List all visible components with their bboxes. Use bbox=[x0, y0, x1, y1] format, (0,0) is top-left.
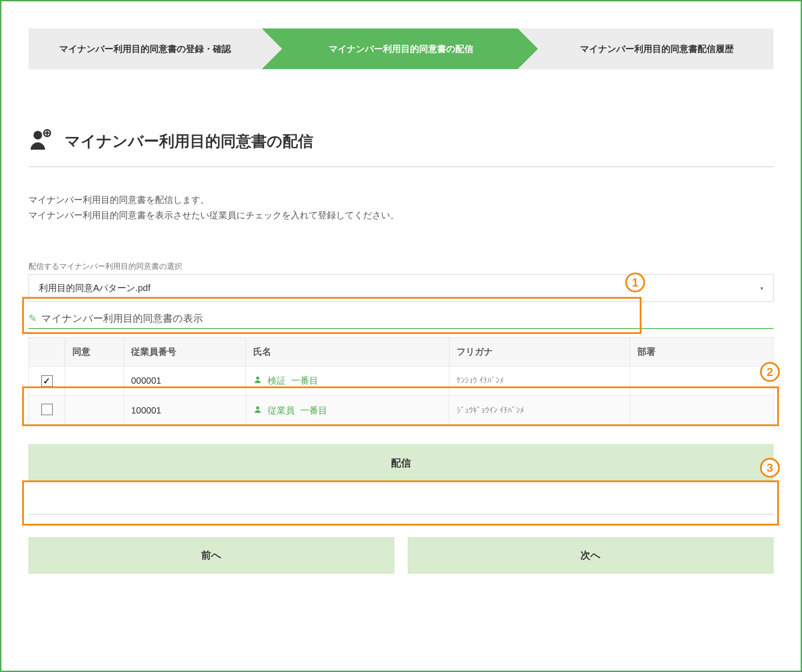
description-line: マイナンバー利用目的同意書を配信します。 bbox=[28, 192, 774, 207]
col-name: 氏名 bbox=[246, 338, 449, 367]
col-consent: 同意 bbox=[65, 338, 124, 367]
table-row: 000001 検証 一番目 ｹﾝｼｮｳ ｲﾁﾊﾞﾝﾒ bbox=[29, 367, 774, 395]
step-history[interactable]: マイナンバー利用目的同意書配信履歴 bbox=[518, 28, 774, 69]
name-part: 従業員 bbox=[268, 404, 295, 417]
select-label: 配信するマイナンバー利用目的同意書の選択 bbox=[28, 261, 774, 272]
col-checkbox bbox=[29, 338, 65, 367]
nav-row: 前へ 次へ bbox=[28, 537, 774, 573]
cell-emp-no: 000001 bbox=[124, 367, 246, 395]
col-emp-no: 従業員番号 bbox=[124, 338, 246, 367]
row-checkbox[interactable] bbox=[41, 375, 53, 387]
button-label: 次へ bbox=[580, 550, 601, 561]
cell-furigana: ｹﾝｼｮｳ ｲﾁﾊﾞﾝﾒ bbox=[449, 367, 630, 395]
step-label: マイナンバー利用目的同意書の配信 bbox=[329, 43, 473, 55]
col-furigana: フリガナ bbox=[449, 338, 630, 367]
step-register[interactable]: マイナンバー利用目的同意書の登録・確認 bbox=[28, 28, 262, 69]
table-row: 100001 従業員 一番目 ｼﾞｭｳｷﾞｮｳｲﾝ ｲﾁﾊﾞﾝﾒ bbox=[29, 395, 774, 426]
section-title: マイナンバー利用目的同意書の表示 bbox=[41, 312, 203, 325]
cell-dept bbox=[630, 367, 774, 395]
page-title-row: マイナンバー利用目的同意書の配信 bbox=[28, 128, 774, 167]
next-button[interactable]: 次へ bbox=[408, 537, 774, 573]
step-label: マイナンバー利用目的同意書の登録・確認 bbox=[59, 43, 231, 55]
name-part: 一番目 bbox=[291, 375, 318, 387]
name-part: 一番目 bbox=[300, 404, 327, 417]
cell-furigana: ｼﾞｭｳｷﾞｮｳｲﾝ ｲﾁﾊﾞﾝﾒ bbox=[449, 395, 630, 426]
callout-box-3 bbox=[22, 480, 779, 526]
pencil-icon: ✎ bbox=[28, 313, 37, 324]
step-distribute[interactable]: マイナンバー利用目的同意書の配信 bbox=[262, 28, 518, 69]
prev-button[interactable]: 前へ bbox=[28, 537, 394, 573]
cell-name[interactable]: 従業員 一番目 bbox=[253, 404, 442, 417]
table-header-row: 同意 従業員番号 氏名 フリガナ 部署 bbox=[29, 338, 774, 367]
svg-point-3 bbox=[256, 406, 259, 409]
chevron-down-icon: ▾ bbox=[760, 285, 763, 291]
name-part: 検証 bbox=[268, 375, 286, 387]
consent-document-select[interactable]: 利用目的同意Aパターン.pdf ▾ bbox=[28, 274, 774, 302]
button-label: 前へ bbox=[201, 550, 222, 561]
cell-consent bbox=[65, 367, 124, 395]
app-frame: マイナンバー利用目的同意書の登録・確認 マイナンバー利用目的同意書の配信 マイナ… bbox=[0, 0, 802, 672]
cell-name[interactable]: 検証 一番目 bbox=[253, 375, 442, 387]
employee-table: 同意 従業員番号 氏名 フリガナ 部署 000001 bbox=[28, 337, 774, 426]
person-icon bbox=[253, 375, 262, 386]
button-label: 配信 bbox=[391, 457, 411, 469]
stepper: マイナンバー利用目的同意書の登録・確認 マイナンバー利用目的同意書の配信 マイナ… bbox=[28, 28, 774, 69]
svg-point-2 bbox=[256, 376, 259, 380]
description-line: マイナンバー利用目的同意書を表示させたい従業員にチェックを入れて登録してください… bbox=[28, 207, 774, 223]
description: マイナンバー利用目的同意書を配信します。 マイナンバー利用目的同意書を表示させた… bbox=[28, 192, 774, 223]
divider bbox=[28, 514, 774, 515]
cell-consent bbox=[65, 395, 124, 426]
table-section-header: ✎ マイナンバー利用目的同意書の表示 bbox=[28, 312, 774, 329]
person-add-icon bbox=[28, 128, 53, 155]
col-dept: 部署 bbox=[630, 338, 774, 367]
distribute-button[interactable]: 配信 bbox=[28, 444, 774, 482]
cell-emp-no: 100001 bbox=[124, 395, 246, 426]
cell-dept bbox=[630, 395, 774, 426]
row-checkbox[interactable] bbox=[41, 404, 53, 415]
person-icon bbox=[253, 405, 262, 416]
step-label: マイナンバー利用目的同意書配信履歴 bbox=[580, 43, 734, 55]
select-value: 利用目的同意Aパターン.pdf bbox=[39, 282, 151, 294]
svg-point-0 bbox=[33, 131, 42, 139]
page-title: マイナンバー利用目的同意書の配信 bbox=[65, 131, 313, 152]
